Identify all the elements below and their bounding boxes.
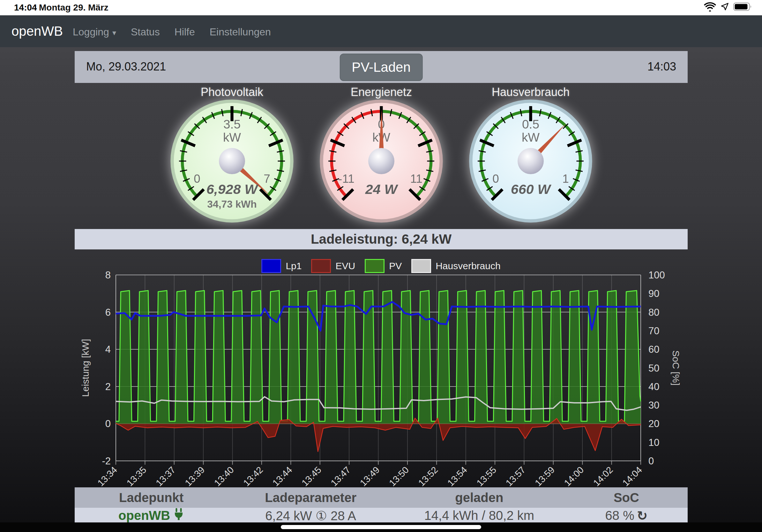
svg-text:0: 0 [105, 418, 111, 429]
svg-text:0: 0 [194, 172, 200, 185]
svg-text:0.5: 0.5 [522, 117, 539, 131]
svg-text:13:40: 13:40 [212, 465, 236, 488]
svg-text:2: 2 [105, 381, 111, 392]
battery-icon [733, 2, 753, 13]
gauge-hausverbrauch[interactable]: 010.5kW660 W [465, 96, 596, 227]
ladeparameter-value: 6,24 kW ① 28 A [228, 508, 393, 523]
nav-menu: Logging▾ Status Hilfe Einstellungen [73, 26, 271, 38]
location-icon [720, 2, 729, 13]
svg-text:8: 8 [105, 270, 111, 281]
nav-item-logging[interactable]: Logging▾ [73, 26, 116, 38]
col-geladen: geladen [393, 491, 565, 505]
svg-text:13:54: 13:54 [445, 465, 469, 488]
svg-text:100: 100 [648, 270, 665, 281]
header-bar: Mo, 29.03.2021 PV-Laden 14:03 [75, 51, 688, 83]
nav-item-status[interactable]: Status [131, 26, 160, 38]
soc-value: 68 % [605, 508, 634, 523]
svg-text:13:52: 13:52 [417, 465, 440, 488]
table-header-row: Ladepunkt Ladeparameter geladen SoC [75, 487, 688, 508]
svg-text:4: 4 [105, 344, 111, 355]
svg-text:3.5: 3.5 [223, 117, 241, 131]
y-left-axis-title: Leistung [kW] [80, 339, 91, 397]
table-row: openWB 6,24 kW ① 28 A 14,4 kWh / 80,2 km… [75, 508, 688, 522]
svg-text:13:57: 13:57 [504, 465, 527, 488]
svg-text:13:59: 13:59 [533, 465, 557, 488]
svg-text:-2: -2 [102, 455, 111, 467]
gauge-photovoltaik[interactable]: 073.5kW6,928 W34,73 kWh [167, 96, 297, 227]
geladen-value: 14,4 kWh / 80,2 km [393, 508, 565, 523]
svg-text:20: 20 [648, 418, 659, 429]
chargepoint-link[interactable]: openWB [118, 508, 184, 523]
status-time: 14:04 [14, 3, 37, 13]
status-date: Montag 29. März [39, 3, 109, 13]
screen: 14:04 Montag 29. März openWB Logging▾ St… [0, 0, 762, 532]
home-indicator[interactable] [281, 525, 481, 529]
svg-text:13:44: 13:44 [270, 465, 294, 488]
gauge-value: 6,928 W [206, 181, 259, 197]
header-time: 14:03 [648, 60, 676, 73]
pv-laden-button[interactable]: PV-Laden [340, 54, 423, 81]
power-soc-chart: 86420-2100908070605040302010013:3413:351… [75, 252, 688, 490]
gauge-hub [219, 148, 245, 174]
svg-text:50: 50 [648, 363, 659, 374]
col-ladepunkt: Ladepunkt [75, 491, 228, 505]
gauge-value: 660 W [511, 181, 552, 197]
plug-icon [173, 508, 184, 523]
svg-text:13:47: 13:47 [329, 465, 352, 488]
chevron-down-icon: ▾ [112, 29, 116, 37]
refresh-soc-icon[interactable]: ↻ [637, 508, 648, 523]
svg-text:13:45: 13:45 [300, 465, 323, 488]
svg-text:30: 30 [648, 400, 659, 411]
status-icons [704, 2, 753, 13]
svg-text:kW: kW [223, 130, 241, 144]
gauge-hub [518, 148, 544, 174]
svg-text:6: 6 [105, 307, 111, 318]
svg-text:13:39: 13:39 [183, 465, 206, 488]
svg-text:kW: kW [522, 130, 540, 144]
svg-text:0: 0 [493, 172, 499, 185]
svg-text:0: 0 [648, 455, 654, 467]
svg-text:1: 1 [562, 172, 569, 185]
svg-text:14:00: 14:00 [562, 465, 586, 488]
svg-text:14:02: 14:02 [591, 465, 615, 488]
svg-text:60: 60 [648, 344, 659, 355]
svg-text:13:35: 13:35 [125, 465, 148, 488]
svg-text:11: 11 [410, 172, 422, 185]
brand-openwb[interactable]: openWB [12, 24, 63, 39]
svg-text:-11: -11 [338, 172, 354, 185]
gauge-energienetz[interactable]: -11110kW24 W [316, 96, 447, 227]
svg-text:40: 40 [648, 381, 659, 392]
svg-text:70: 70 [648, 325, 659, 337]
nav-item-einstellungen[interactable]: Einstellungen [210, 26, 271, 38]
nav-item-hilfe[interactable]: Hilfe [175, 26, 195, 38]
svg-text:13:49: 13:49 [358, 465, 382, 488]
navbar: openWB Logging▾ Status Hilfe Einstellung… [0, 15, 762, 47]
svg-text:13:34: 13:34 [95, 465, 119, 488]
svg-text:13:50: 13:50 [387, 465, 411, 488]
svg-text:13:37: 13:37 [154, 465, 178, 488]
header-date: Mo, 29.03.2021 [86, 60, 166, 73]
gauge-hub [368, 148, 394, 174]
svg-text:13:55: 13:55 [475, 465, 498, 488]
charge-power-label: Ladeleistung: 6,24 kW [311, 232, 451, 247]
gauge-subvalue: 34,73 kWh [207, 198, 257, 210]
svg-text:14:04: 14:04 [620, 465, 644, 488]
svg-text:10: 10 [648, 437, 659, 448]
ios-status-bar: 14:04 Montag 29. März [0, 0, 762, 15]
wifi-icon [704, 2, 716, 13]
svg-text:90: 90 [648, 288, 659, 299]
col-soc: SoC [565, 491, 688, 505]
svg-text:13:42: 13:42 [241, 465, 265, 488]
svg-text:80: 80 [648, 307, 659, 318]
charge-power-bar: Ladeleistung: 6,24 kW [75, 229, 688, 249]
col-ladeparameter: Ladeparameter [228, 491, 393, 505]
svg-text:7: 7 [264, 172, 270, 185]
chargepoint-table: Ladepunkt Ladeparameter geladen SoC open… [75, 487, 688, 522]
gauge-value: 24 W [365, 181, 399, 197]
y-right-axis-title: SoC [%] [671, 350, 681, 385]
